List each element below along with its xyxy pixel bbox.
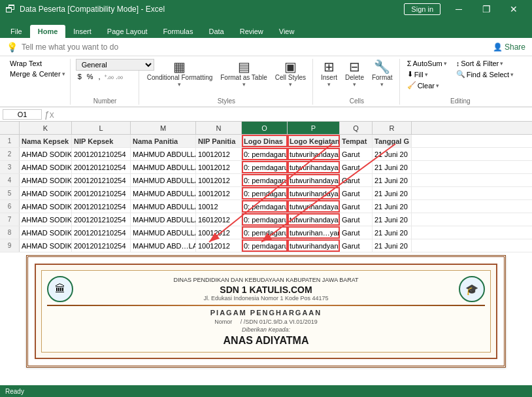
cell-m4[interactable]: MAHMUD ABDULLAH xyxy=(131,174,196,186)
col-header-n[interactable]: N xyxy=(196,122,242,134)
cell-k9[interactable]: AHMAD SODIKIN xyxy=(20,239,72,252)
cell-o4[interactable]: 0: pemdagarut xyxy=(242,174,288,186)
cell-p3[interactable]: tutwurihandayani xyxy=(288,161,340,173)
cell-n8[interactable]: 10012012 xyxy=(196,226,242,239)
cell-o9[interactable]: 0: pemdagarut xyxy=(242,239,288,252)
cell-o5[interactable]: 0: pemdagarut xyxy=(242,187,288,199)
cell-l1[interactable]: NIP Kepsek xyxy=(72,135,131,147)
share-button[interactable]: 👤 Share xyxy=(493,43,525,52)
cell-k5[interactable]: AHMAD SODIKIN xyxy=(20,187,72,199)
cell-q3[interactable]: Garut xyxy=(340,161,373,173)
cell-m5[interactable]: MAHMUD ABDULLAH xyxy=(131,187,196,199)
formula-input[interactable] xyxy=(57,110,529,119)
cell-l9[interactable]: 2001201210254 xyxy=(72,239,131,252)
row-number[interactable]: 1 xyxy=(0,135,20,147)
tab-page-layout[interactable]: Page Layout xyxy=(99,25,156,38)
cell-q7[interactable]: Garut xyxy=(340,213,373,226)
close-button[interactable]: ✕ xyxy=(501,0,527,18)
col-header-q[interactable]: Q xyxy=(340,122,373,134)
row-number[interactable]: 4 xyxy=(0,174,20,186)
merge-center-button[interactable]: Merge & Center ▾ xyxy=(8,69,67,78)
clear-button[interactable]: 🧹 Clear ▾ xyxy=(405,80,449,90)
cell-p9[interactable]: tutwurihandyani xyxy=(288,239,340,252)
row-number[interactable]: 3 xyxy=(0,161,20,173)
cell-o7[interactable]: 0: pemdagarut xyxy=(242,213,288,226)
cell-p1[interactable]: Logo Kegiatan xyxy=(288,135,340,147)
col-header-o[interactable]: O xyxy=(242,122,288,134)
find-select-button[interactable]: 🔍 Find & Select ▾ xyxy=(454,69,516,79)
cell-m3[interactable]: MAHMUD ABDULLAH xyxy=(131,161,196,173)
comma-button[interactable]: , xyxy=(97,72,103,81)
col-header-p[interactable]: P xyxy=(288,122,340,134)
cell-q1[interactable]: Tempat xyxy=(340,135,373,147)
cell-k1[interactable]: Nama Kepsek xyxy=(20,135,72,147)
percent-button[interactable]: % xyxy=(85,72,95,81)
cell-n9[interactable]: 10012012 xyxy=(196,239,242,252)
tab-insert[interactable]: Insert xyxy=(65,25,99,38)
cell-o3[interactable]: 0: pemdagarut xyxy=(242,161,288,173)
cell-k4[interactable]: AHMAD SODIKIN xyxy=(20,174,72,186)
row-number[interactable]: 2 xyxy=(0,148,20,160)
search-input[interactable] xyxy=(22,43,493,52)
col-header-k[interactable]: K xyxy=(20,122,72,134)
col-header-r[interactable]: R xyxy=(373,122,412,134)
cell-reference-input[interactable] xyxy=(3,109,42,120)
cell-l5[interactable]: 2001201210254 xyxy=(72,187,131,199)
cell-r3[interactable]: 21 Juni 20 xyxy=(373,161,412,173)
signin-button[interactable]: Sign in xyxy=(404,3,441,15)
cell-o1[interactable]: Logo Dinas xyxy=(242,135,288,147)
cell-styles-button[interactable]: ▣ Cell Styles ▾ xyxy=(273,59,308,89)
cell-m8[interactable]: MAHMUD ABDULLA xyxy=(131,226,196,239)
cell-m6[interactable]: MAHMUD ABDULLAH xyxy=(131,200,196,213)
row-number[interactable]: 9 xyxy=(0,239,20,252)
tab-file[interactable]: File xyxy=(3,25,30,38)
cell-r8[interactable]: 21 Juni 20 xyxy=(373,226,412,239)
cell-o6[interactable]: 0: pemdagarut xyxy=(242,200,288,213)
cell-n2[interactable]: 10012012 xyxy=(196,148,242,160)
minimize-button[interactable]: ─ xyxy=(446,0,472,18)
row-number[interactable]: 5 xyxy=(0,187,20,199)
cell-k8[interactable]: AHMAD SODIKIN xyxy=(20,226,72,239)
cell-n1[interactable]: NIP Panitia xyxy=(196,135,242,147)
cell-q9[interactable]: Garut xyxy=(340,239,373,252)
col-header-m[interactable]: M xyxy=(131,122,196,134)
tab-view[interactable]: View xyxy=(271,25,303,38)
tab-review[interactable]: Review xyxy=(232,25,271,38)
cell-l3[interactable]: 2001201210254 xyxy=(72,161,131,173)
row-number[interactable]: 7 xyxy=(0,213,20,226)
cell-m9[interactable]: MAHMUD ABD…LAH xyxy=(131,239,196,252)
sort-filter-button[interactable]: ↕ Sort & Filter ▾ xyxy=(454,59,516,68)
cell-r9[interactable]: 21 Juni 20 xyxy=(373,239,412,252)
cell-p5[interactable]: tutwurihandayani xyxy=(288,187,340,199)
cell-l4[interactable]: 2001201210254 xyxy=(72,174,131,186)
cell-r6[interactable]: 21 Juni 20 xyxy=(373,200,412,213)
tab-home[interactable]: Home xyxy=(30,25,66,38)
cell-k3[interactable]: AHMAD SODIKIN xyxy=(20,161,72,173)
cell-p6[interactable]: tutwurihandayani xyxy=(288,200,340,213)
delete-button[interactable]: ⊟ Delete ▾ xyxy=(342,59,367,89)
conditional-formatting-button[interactable]: ▦ Conditional Formatting ▾ xyxy=(144,59,216,89)
dollar-button[interactable]: $ xyxy=(76,72,84,81)
cell-r7[interactable]: 21 Juni 20 xyxy=(373,213,412,226)
cell-r1[interactable]: Tanggal G xyxy=(373,135,412,147)
cell-q6[interactable]: Garut xyxy=(340,200,373,213)
cell-n6[interactable]: 10012 xyxy=(196,200,242,213)
cell-o8[interactable]: 0: pemdagarut xyxy=(242,226,288,239)
wrap-text-button[interactable]: Wrap Text xyxy=(8,59,67,68)
cell-l6[interactable]: 2001201210254 xyxy=(72,200,131,213)
cell-n3[interactable]: 10012012 xyxy=(196,161,242,173)
cell-l8[interactable]: 2001201210254 xyxy=(72,226,131,239)
cell-k7[interactable]: AHMAD SODIKIN xyxy=(20,213,72,226)
cell-m1[interactable]: Nama Panitia xyxy=(131,135,196,147)
cell-n7[interactable]: 16012012 xyxy=(196,213,242,226)
maximize-button[interactable]: ❐ xyxy=(473,0,499,18)
cell-n4[interactable]: 10012012 xyxy=(196,174,242,186)
cell-k6[interactable]: AHMAD SODIKIN xyxy=(20,200,72,213)
insert-button[interactable]: ⊞ Insert ▾ xyxy=(318,59,340,89)
fill-button[interactable]: ⬇ Fill ▾ xyxy=(405,69,449,79)
cell-q8[interactable]: Garut xyxy=(340,226,373,239)
cell-r4[interactable]: 21 Juni 20 xyxy=(373,174,412,186)
format-as-table-button[interactable]: ▤ Format as Table ▾ xyxy=(218,59,270,89)
cell-o2[interactable]: 0: pemdagarut xyxy=(242,148,288,160)
tab-formulas[interactable]: Formulas xyxy=(156,25,201,38)
